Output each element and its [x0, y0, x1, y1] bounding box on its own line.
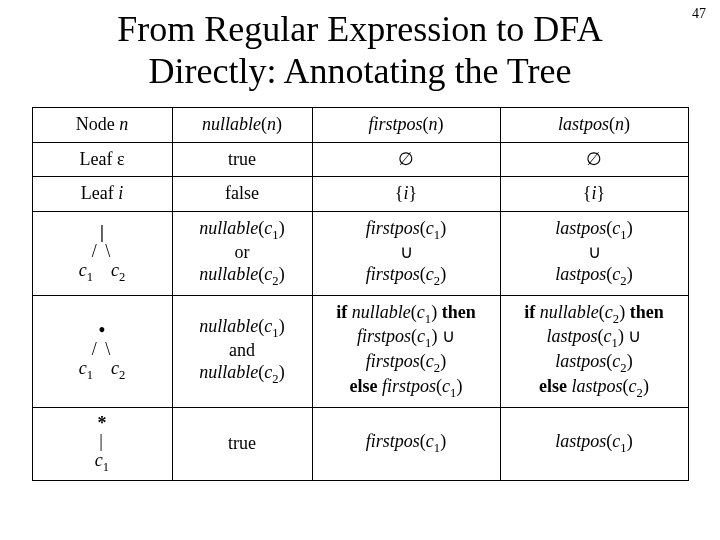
slide-title: From Regular Expression to DFA Directly:… — [12, 8, 708, 93]
col-node: Node n — [32, 107, 172, 142]
tree-or: | / \ c1 c2 — [79, 223, 126, 284]
annotation-table: Node n nullable(n) firstpos(n) lastpos(n… — [32, 107, 689, 481]
table-header-row: Node n nullable(n) firstpos(n) lastpos(n… — [32, 107, 688, 142]
table-row: * | c1 true firstpos(c1) lastpos(c1) — [32, 407, 688, 481]
tree-star: * | c1 — [95, 414, 109, 475]
table-row: Leaf i false {i} {i} — [32, 177, 688, 212]
col-nullable: nullable(n) — [172, 107, 312, 142]
tree-concat: • / \ c1 c2 — [79, 321, 126, 382]
page-number: 47 — [692, 6, 706, 22]
table-row: Leaf ε true ∅ ∅ — [32, 142, 688, 177]
table-row: • / \ c1 c2 nullable(c1) and nullable(c2… — [32, 295, 688, 407]
col-lastpos: lastpos(n) — [500, 107, 688, 142]
col-firstpos: firstpos(n) — [312, 107, 500, 142]
table-row: | / \ c1 c2 nullable(c1) or nullable(c2)… — [32, 211, 688, 295]
